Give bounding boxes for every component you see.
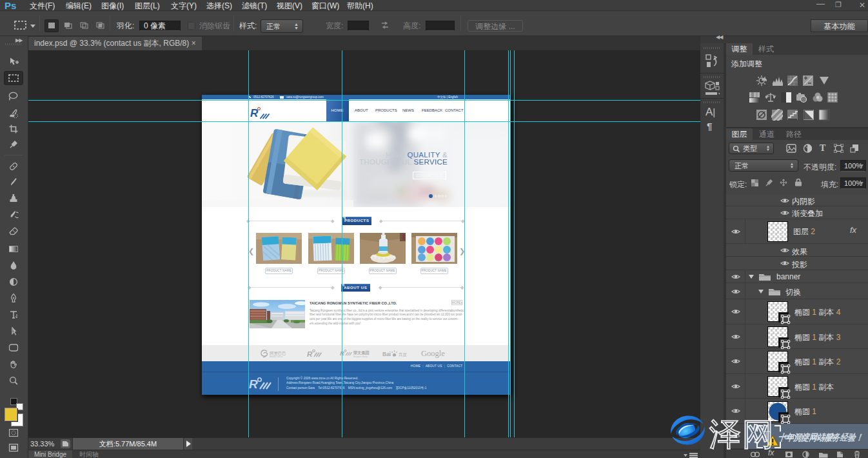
- svg-text:R: R: [307, 350, 313, 357]
- svg-text:R: R: [249, 377, 258, 391]
- svg-text:阿里巴巴: 阿里巴巴: [270, 351, 286, 355]
- svg-text:Google: Google: [421, 349, 445, 358]
- svg-text:Alibaba.com.cn: Alibaba.com.cn: [270, 355, 283, 358]
- svg-text:Rongwen Group: Rongwen Group: [353, 355, 368, 358]
- svg-text:百度: 百度: [399, 352, 407, 357]
- svg-text:荣文集团: 荣文集团: [353, 350, 370, 355]
- svg-text:Bai: Bai: [382, 350, 391, 357]
